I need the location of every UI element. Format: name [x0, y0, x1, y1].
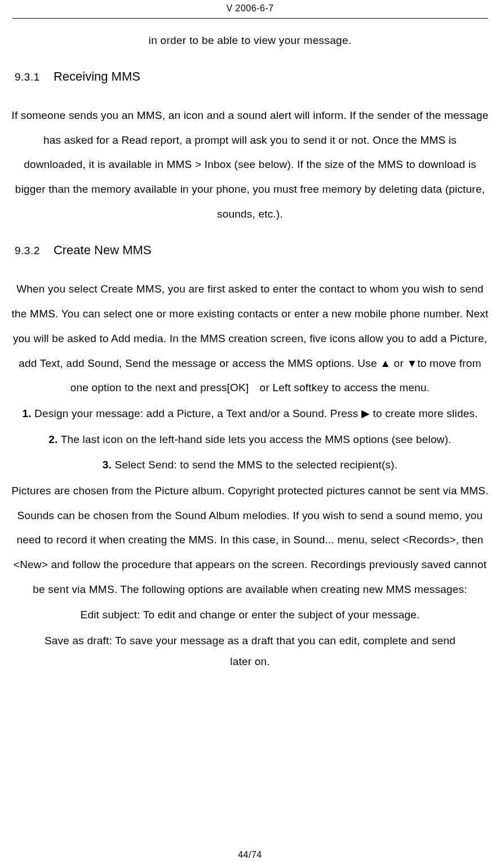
section-number: 9.3.1 — [15, 71, 40, 83]
list-item-text: Select Send: to send the MMS to the sele… — [112, 459, 397, 471]
option-save-as-draft: Save as draft: To save your message as a… — [11, 628, 489, 653]
page-number: 44/74 — [238, 850, 262, 860]
continuation-text: later on. — [11, 656, 489, 668]
list-item-1: 1. Design your message: add a Picture, a… — [11, 401, 489, 426]
version-text: V 2006-6-7 — [226, 3, 273, 13]
list-item-text: The last icon on the left-hand side lets… — [58, 433, 452, 445]
list-item-number: 1. — [22, 408, 31, 419]
section-body-create-part1: When you select Create MMS, you are firs… — [11, 277, 489, 400]
page-content: in order to be able to view your message… — [0, 19, 500, 668]
section-number: 9.3.2 — [15, 245, 40, 256]
page-footer: 44/74 — [0, 850, 500, 860]
section-body-receiving-mms: If someone sends you an MMS, an icon and… — [11, 103, 489, 226]
option-edit-subject: Edit subject: To edit and change or ente… — [11, 603, 489, 627]
section-heading-receiving-mms: 9.3.1 Receiving MMS — [11, 69, 489, 84]
list-item-2: 2. The last icon on the left-hand side l… — [11, 427, 489, 452]
intro-line: in order to be able to view your message… — [11, 34, 489, 47]
section-title: Receiving MMS — [54, 69, 140, 83]
list-item-3: 3. Select Send: to send the MMS to the s… — [11, 453, 489, 477]
list-item-number: 2. — [48, 433, 57, 445]
section-body-create-part2: Pictures are chosen from the Picture alb… — [11, 479, 489, 601]
list-item-number: 3. — [103, 459, 112, 471]
list-item-text: Design your message: add a Picture, a Te… — [32, 408, 478, 419]
section-heading-create-new-mms: 9.3.2 Create New MMS — [11, 243, 489, 258]
section-title: Create New MMS — [54, 243, 152, 257]
page-header: V 2006-6-7 — [0, 0, 500, 18]
